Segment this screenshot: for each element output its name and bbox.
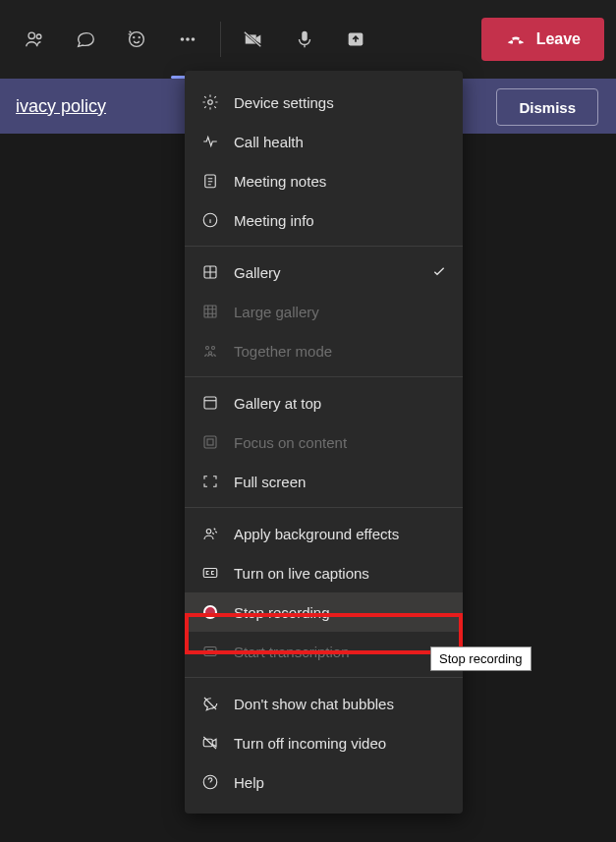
svg-point-2 (130, 32, 144, 47)
menu-gallery-top[interactable]: Gallery at top (185, 383, 463, 422)
gear-icon (200, 92, 220, 112)
menu-item-label: Call health (234, 134, 304, 150)
background-icon (200, 524, 220, 543)
svg-rect-27 (203, 739, 212, 747)
menu-meeting-info[interactable]: Meeting info (185, 200, 463, 240)
info-icon (200, 210, 220, 230)
svg-point-6 (186, 37, 190, 41)
svg-rect-16 (204, 306, 216, 317)
video-off-icon (200, 733, 220, 753)
menu-item-label: Turn off incoming video (234, 735, 386, 752)
svg-point-18 (212, 347, 215, 350)
more-actions-menu: Device settings Call health Meeting note… (185, 71, 463, 814)
menu-hide-chat-bubbles[interactable]: Don't show chat bubbles (185, 684, 463, 723)
svg-point-12 (208, 100, 213, 105)
tooltip: Stop recording (430, 646, 532, 671)
menu-turn-off-video[interactable]: Turn off incoming video (185, 723, 463, 762)
share-button[interactable] (333, 17, 378, 62)
transcription-icon (200, 642, 220, 661)
participants-button[interactable] (12, 17, 57, 62)
leave-button[interactable]: Leave (481, 18, 604, 61)
svg-point-7 (192, 37, 196, 41)
large-grid-icon (200, 302, 220, 321)
svg-point-1 (36, 34, 41, 39)
svg-point-5 (181, 37, 185, 41)
gallery-top-icon (200, 393, 220, 413)
menu-item-label: Device settings (234, 94, 334, 111)
menu-item-label: Gallery (234, 264, 281, 281)
menu-item-label: Don't show chat bubbles (234, 696, 394, 712)
svg-point-4 (139, 37, 140, 38)
pulse-icon (200, 132, 220, 151)
menu-background-effects[interactable]: Apply background effects (185, 514, 463, 553)
menu-item-label: Meeting info (234, 212, 314, 229)
microphone-button[interactable] (282, 17, 327, 62)
dismiss-button-label: Dismiss (519, 99, 576, 116)
menu-live-captions[interactable]: Turn on live captions (185, 553, 463, 592)
svg-rect-22 (207, 439, 213, 445)
menu-together-mode: Together mode (185, 331, 463, 370)
menu-stop-recording[interactable]: Stop recording (185, 592, 463, 632)
check-icon (431, 263, 447, 282)
svg-rect-10 (302, 31, 308, 41)
notes-icon (200, 171, 220, 191)
menu-item-label: Apply background effects (234, 526, 399, 542)
menu-full-screen[interactable]: Full screen (185, 462, 463, 501)
menu-device-settings[interactable]: Device settings (185, 83, 463, 122)
menu-focus-content: Focus on content (185, 422, 463, 462)
menu-item-label: Focus on content (234, 434, 347, 451)
together-icon (200, 341, 220, 361)
menu-large-gallery: Large gallery (185, 292, 463, 331)
menu-item-label: Full screen (234, 474, 306, 490)
svg-line-26 (204, 698, 216, 709)
record-icon (200, 602, 220, 622)
menu-item-label: Start transcription (234, 644, 350, 660)
menu-call-health[interactable]: Call health (185, 122, 463, 161)
menu-start-transcription: Start transcription (185, 632, 463, 671)
fullscreen-icon (200, 472, 220, 491)
camera-button[interactable] (231, 17, 276, 62)
reactions-button[interactable] (114, 17, 159, 62)
menu-item-label: Gallery at top (234, 395, 321, 412)
svg-rect-25 (204, 647, 216, 656)
leave-button-label: Leave (536, 30, 581, 48)
menu-item-label: Help (234, 774, 264, 791)
svg-rect-24 (203, 569, 217, 578)
menu-item-label: Stop recording (234, 604, 330, 621)
menu-item-label: Turn on live captions (234, 565, 369, 582)
svg-point-3 (134, 37, 135, 38)
menu-item-label: Meeting notes (234, 173, 326, 190)
captions-icon (200, 563, 220, 583)
menu-gallery[interactable]: Gallery (185, 253, 463, 292)
menu-item-label: Together mode (234, 343, 332, 360)
dismiss-button[interactable]: Dismiss (496, 88, 598, 126)
toolbar-separator (220, 22, 221, 57)
svg-point-0 (28, 32, 34, 38)
more-actions-button[interactable] (165, 17, 210, 62)
menu-item-label: Large gallery (234, 304, 319, 320)
svg-rect-21 (204, 436, 216, 448)
svg-rect-20 (204, 397, 216, 409)
menu-meeting-notes[interactable]: Meeting notes (185, 161, 463, 200)
svg-point-23 (206, 530, 211, 534)
privacy-policy-link[interactable]: ivacy policy (16, 96, 106, 117)
grid-icon (200, 262, 220, 282)
meeting-toolbar: Leave (0, 0, 616, 79)
menu-help[interactable]: Help (185, 762, 463, 802)
chat-off-icon (200, 694, 220, 713)
focus-icon (200, 432, 220, 452)
help-icon (200, 772, 220, 792)
chat-button[interactable] (63, 17, 108, 62)
svg-point-17 (206, 347, 209, 350)
